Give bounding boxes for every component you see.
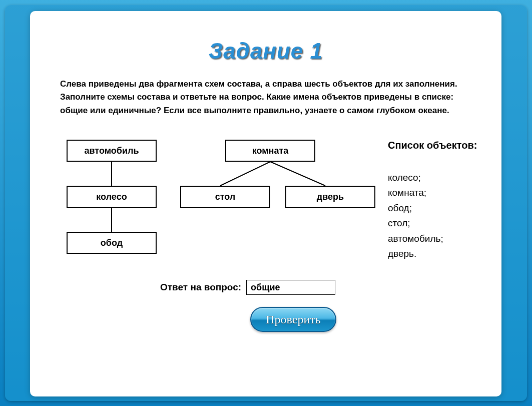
diagram-box-rim[interactable]: обод [67,232,157,254]
list-item: дверь. [388,246,503,261]
list-item: обод; [388,201,503,216]
svg-line-3 [270,162,325,186]
diagram-area: автомобиль колесо обод комната стол двер… [55,140,476,290]
answer-label: Ответ на вопрос: [160,282,241,293]
object-list: Список объектов: колесо; комната; обод; … [388,140,503,261]
answer-input[interactable]: общие [246,280,335,295]
check-button[interactable]: Проверить [250,307,336,332]
task-title: Задание 1 [55,39,476,64]
instructions-text: Слева приведены два фрагмента схем соста… [55,78,476,117]
diagram-box-wheel[interactable]: колесо [67,186,157,208]
list-item: комната; [388,185,503,200]
list-item: колесо; [388,170,503,185]
diagram-box-table[interactable]: стол [180,186,270,208]
list-item: стол; [388,216,503,231]
svg-line-2 [220,162,270,186]
diagram-box-door[interactable]: дверь [285,186,375,208]
diagram-box-room[interactable]: комната [225,140,315,162]
object-list-title: Список объектов: [388,140,503,151]
diagram-box-auto[interactable]: автомобиль [67,140,157,162]
list-item: автомобиль; [388,231,503,246]
